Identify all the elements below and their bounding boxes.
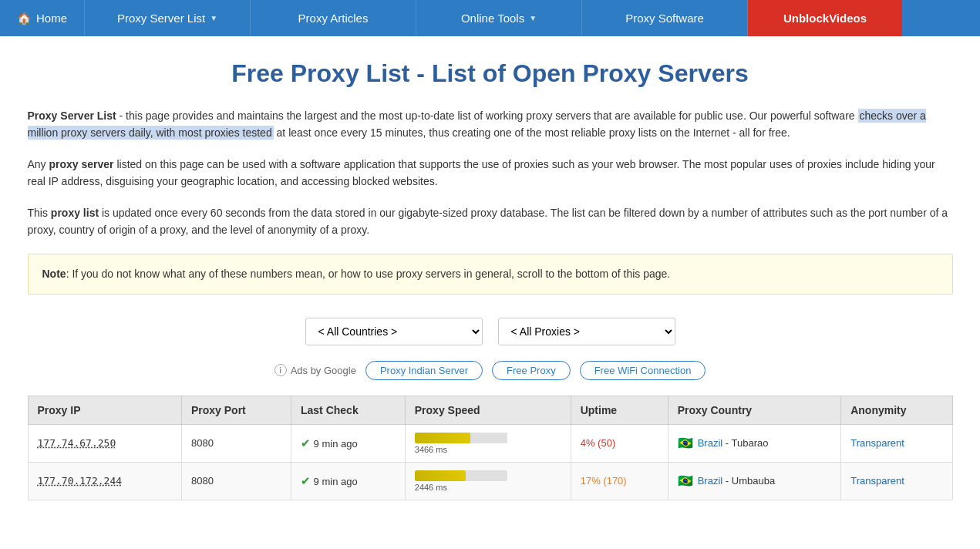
intro-p3-text: is updated once every 60 seconds from th… — [28, 207, 948, 236]
chevron-down-icon: ▼ — [210, 14, 217, 22]
nav-tools-label: Online Tools — [461, 12, 524, 25]
city-separator: - — [726, 437, 732, 449]
cell-last-check: ✔ 9 min ago — [291, 424, 405, 462]
page-title: Free Proxy List - List of Open Proxy Ser… — [28, 59, 953, 88]
nav-proxy-articles[interactable]: Proxy Articles — [251, 0, 416, 36]
cell-port: 8080 — [181, 462, 291, 500]
countries-select[interactable]: < All Countries > — [305, 318, 483, 345]
speed-ms-value: 2446 ms — [415, 483, 561, 492]
speed-bar-inner — [415, 470, 466, 481]
col-last-check: Last Check — [291, 396, 405, 424]
table-header: Proxy IP Proxy Port Last Check Proxy Spe… — [28, 396, 952, 424]
table-row: 177.70.172.244 8080 ✔ 9 min ago 2446 ms … — [28, 462, 952, 500]
col-uptime: Uptime — [571, 396, 668, 424]
cell-ip: 177.70.172.244 — [28, 462, 181, 500]
anonymity-link[interactable]: Transparent — [850, 437, 904, 449]
uptime-value: 17% (170) — [581, 475, 627, 487]
last-check-value: 9 min ago — [314, 476, 358, 487]
proxy-table: Proxy IP Proxy Port Last Check Proxy Spe… — [28, 396, 953, 500]
table-body: 177.74.67.250 8080 ✔ 9 min ago 3466 ms 4… — [28, 424, 952, 500]
note-box: Note: If you do not know what any of the… — [28, 254, 953, 294]
cell-country: 🇧🇷 Brazil - Umbauba — [668, 462, 841, 500]
cell-uptime: 17% (170) — [571, 462, 668, 500]
navigation: 🏠 Home Proxy Server List ▼ Proxy Article… — [0, 0, 980, 36]
cell-uptime: 4% (50) — [571, 424, 668, 462]
nav-proxy-software[interactable]: Proxy Software — [582, 0, 748, 36]
intro-p1-text: - this page provides and maintains the l… — [28, 109, 926, 140]
proxy-port-value: 8080 — [191, 437, 214, 449]
country-text: Brazil - Umbauba — [698, 475, 775, 487]
proxy-ip-value: 177.70.172.244 — [38, 475, 123, 487]
cell-anonymity: Transparent — [841, 424, 952, 462]
nav-home-label: Home — [36, 12, 67, 25]
home-icon: 🏠 — [17, 12, 32, 25]
country-cell: 🇧🇷 Brazil - Umbauba — [678, 473, 832, 488]
last-check-value: 9 min ago — [314, 438, 358, 450]
proxy-server-bold: proxy server — [49, 158, 114, 170]
speed-ms-value: 3466 ms — [415, 445, 561, 454]
nav-online-tools[interactable]: Online Tools ▼ — [416, 0, 582, 36]
ad-pill-free-proxy[interactable]: Free Proxy — [492, 361, 571, 380]
cell-country: 🇧🇷 Brazil - Tubarao — [668, 424, 841, 462]
check-icon: ✔ — [301, 474, 311, 487]
ads-by-google-label: Ads by Google — [291, 365, 356, 376]
table-row: 177.74.67.250 8080 ✔ 9 min ago 3466 ms 4… — [28, 424, 952, 462]
cell-last-check: ✔ 9 min ago — [291, 462, 405, 500]
col-proxy-ip: Proxy IP — [28, 396, 181, 424]
note-label: Note — [42, 268, 66, 280]
ads-info: i Ads by Google — [274, 364, 356, 376]
country-link[interactable]: Brazil — [698, 475, 723, 487]
chevron-down-icon-tools: ▼ — [529, 14, 537, 22]
proxies-select[interactable]: < All Proxies > — [498, 318, 675, 345]
table-header-row: Proxy IP Proxy Port Last Check Proxy Spe… — [28, 396, 952, 424]
nav-unblock-label: UnblockVideos — [783, 12, 867, 25]
ad-pill-wifi[interactable]: Free WiFi Connection — [580, 361, 706, 380]
col-anonymity: Anonymity — [841, 396, 952, 424]
proxy-ip-value: 177.74.67.250 — [38, 437, 116, 449]
cell-speed: 3466 ms — [405, 424, 571, 462]
proxy-list-bold: proxy list — [51, 207, 99, 219]
main-content: Free Proxy List - List of Open Proxy Ser… — [12, 36, 968, 500]
col-proxy-speed: Proxy Speed — [405, 396, 571, 424]
nav-proxy-server-list[interactable]: Proxy Server List ▼ — [85, 0, 251, 36]
intro-paragraph-1: Proxy Server List - this page provides a… — [28, 107, 953, 142]
anonymity-link[interactable]: Transparent — [850, 475, 904, 487]
speed-bar-container: 3466 ms — [415, 433, 561, 454]
nav-proxy-list-label: Proxy Server List — [117, 12, 205, 25]
cell-port: 8080 — [181, 424, 291, 462]
filters-bar: < All Countries > < All Proxies > — [28, 318, 953, 345]
note-text: : If you do not know what any of these n… — [66, 268, 671, 280]
cell-speed: 2446 ms — [405, 462, 571, 500]
col-proxy-country: Proxy Country — [668, 396, 841, 424]
city-value: Tubarao — [732, 437, 769, 449]
check-icon: ✔ — [301, 436, 311, 450]
intro-paragraph-2: Any proxy server listed on this page can… — [28, 156, 953, 190]
uptime-value: 4% (50) — [581, 437, 616, 449]
ad-pill-indian-server[interactable]: Proxy Indian Server — [365, 361, 483, 380]
nav-articles-label: Proxy Articles — [298, 12, 369, 25]
intro-paragraph-3: This proxy list is updated once every 60… — [28, 204, 953, 239]
cell-ip: 177.74.67.250 — [28, 424, 181, 462]
country-text: Brazil - Tubarao — [698, 437, 769, 449]
cell-anonymity: Transparent — [841, 462, 952, 500]
country-link[interactable]: Brazil — [698, 437, 723, 449]
col-proxy-port: Proxy Port — [181, 396, 291, 424]
nav-unblock-videos[interactable]: UnblockVideos — [748, 0, 902, 36]
country-cell: 🇧🇷 Brazil - Tubarao — [678, 436, 832, 450]
city-value: Umbauba — [732, 475, 775, 487]
nav-software-label: Proxy Software — [625, 12, 704, 25]
intro-p2-text: listed on this page can be used with a s… — [28, 158, 935, 187]
proxy-port-value: 8080 — [191, 475, 214, 487]
ads-bar: i Ads by Google Proxy Indian Server Free… — [28, 361, 953, 380]
speed-bar-outer — [415, 470, 507, 481]
highlight-checks-over: checks over a million proxy servers dail… — [28, 109, 926, 140]
proxy-server-list-bold: Proxy Server List — [28, 109, 116, 122]
nav-home[interactable]: 🏠 Home — [0, 0, 85, 36]
country-flag: 🇧🇷 — [678, 436, 693, 450]
speed-bar-container: 2446 ms — [415, 470, 561, 492]
speed-bar-inner — [415, 433, 470, 443]
info-icon[interactable]: i — [274, 364, 287, 376]
speed-bar-outer — [415, 433, 507, 443]
city-separator: - — [726, 475, 732, 487]
country-flag: 🇧🇷 — [678, 473, 693, 488]
